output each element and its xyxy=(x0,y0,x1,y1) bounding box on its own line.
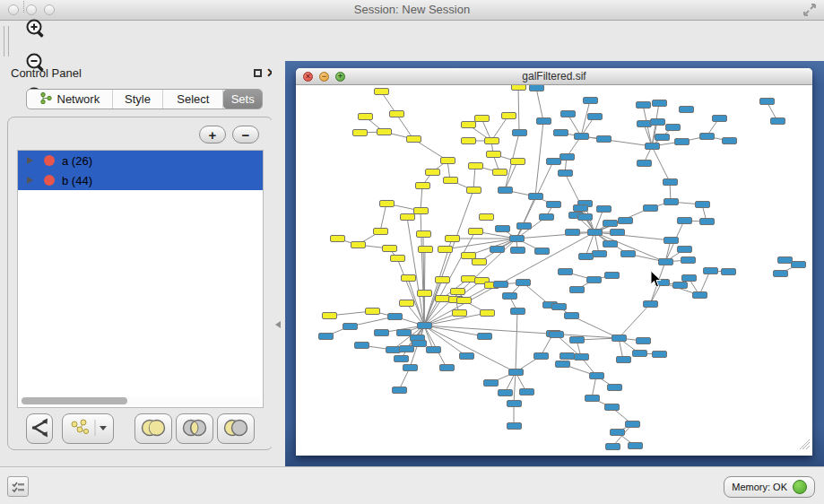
graph-node[interactable] xyxy=(569,336,585,343)
graph-node[interactable] xyxy=(534,248,550,255)
graph-node[interactable] xyxy=(577,213,593,221)
graph-node[interactable] xyxy=(770,117,785,125)
graph-node[interactable] xyxy=(387,313,403,320)
zoom-in-button[interactable] xyxy=(21,13,51,48)
network-canvas[interactable] xyxy=(296,85,812,456)
graph-node[interactable] xyxy=(438,246,453,253)
graph-node[interactable] xyxy=(586,276,602,283)
graph-node[interactable] xyxy=(636,101,651,109)
graph-node[interactable] xyxy=(529,85,544,91)
graph-node[interactable] xyxy=(699,133,715,140)
graph-node[interactable] xyxy=(466,187,481,194)
graph-node[interactable] xyxy=(498,187,513,194)
graph-node[interactable] xyxy=(699,218,715,225)
graph-node[interactable] xyxy=(536,117,551,125)
graph-node[interactable] xyxy=(413,207,429,214)
graph-node[interactable] xyxy=(603,240,618,248)
difference-button[interactable] xyxy=(217,413,255,444)
graph-node[interactable] xyxy=(672,282,688,289)
graph-node[interactable] xyxy=(553,129,568,136)
graph-node[interactable] xyxy=(692,291,707,299)
graph-node[interactable] xyxy=(559,352,575,360)
expander-triangle-icon[interactable] xyxy=(27,177,33,184)
graph-node[interactable] xyxy=(652,351,667,358)
memory-status-button[interactable]: Memory: OK xyxy=(724,476,815,498)
graph-node[interactable] xyxy=(417,290,432,297)
graph-node[interactable] xyxy=(358,113,373,120)
tab-select[interactable]: Select xyxy=(163,90,223,109)
tab-sets[interactable]: Sets xyxy=(223,90,262,109)
graph-node[interactable] xyxy=(400,213,415,221)
panel-splitter[interactable] xyxy=(272,61,285,466)
graph-node[interactable] xyxy=(636,337,651,344)
set-row[interactable]: a (26) xyxy=(18,151,263,170)
horizontal-scrollbar[interactable] xyxy=(19,396,260,405)
graph-node[interactable] xyxy=(440,157,455,164)
graph-node[interactable] xyxy=(665,124,681,131)
graph-node[interactable] xyxy=(443,177,458,184)
graph-node[interactable] xyxy=(604,404,620,411)
graph-node[interactable] xyxy=(583,97,598,104)
intersection-button[interactable] xyxy=(176,413,213,444)
graph-node[interactable] xyxy=(643,204,658,212)
graph-node[interactable] xyxy=(479,213,494,221)
graph-node[interactable] xyxy=(377,128,392,135)
graph-node[interactable] xyxy=(352,129,368,136)
graph-node[interactable] xyxy=(461,275,476,282)
graph-node[interactable] xyxy=(461,121,476,128)
graph-node[interactable] xyxy=(390,255,405,262)
graph-node[interactable] xyxy=(495,225,510,232)
resize-grip-icon[interactable] xyxy=(800,438,811,454)
task-monitor-button[interactable] xyxy=(7,476,29,497)
graph-node[interactable] xyxy=(516,222,532,230)
set-row[interactable]: b (44) xyxy=(18,170,263,190)
graph-node[interactable] xyxy=(791,261,806,268)
graph-node[interactable] xyxy=(426,346,441,353)
graph-node[interactable] xyxy=(450,288,465,295)
graph-node[interactable] xyxy=(616,356,631,363)
graph-node[interactable] xyxy=(620,250,636,257)
graph-node[interactable] xyxy=(589,372,604,379)
graph-node[interactable] xyxy=(569,286,585,293)
graph-node[interactable] xyxy=(389,110,404,117)
graph-node[interactable] xyxy=(386,346,401,353)
graph-node[interactable] xyxy=(468,228,483,235)
graph-node[interactable] xyxy=(703,267,718,274)
graph-node[interactable] xyxy=(480,309,495,317)
graph-node[interactable] xyxy=(354,342,369,349)
graph-node[interactable] xyxy=(573,204,588,212)
graph-node[interactable] xyxy=(498,389,513,396)
graph-node[interactable] xyxy=(587,113,603,120)
graph-node[interactable] xyxy=(435,276,450,283)
graph-node[interactable] xyxy=(596,135,611,143)
graph-node[interactable] xyxy=(645,143,660,150)
graph-node[interactable] xyxy=(592,250,607,257)
graph-node[interactable] xyxy=(399,300,414,307)
collapse-panel-icon[interactable] xyxy=(275,321,281,328)
expander-triangle-icon[interactable] xyxy=(27,157,33,164)
graph-node[interactable] xyxy=(374,88,389,95)
graph-node[interactable] xyxy=(695,201,710,208)
graph-node[interactable] xyxy=(650,118,665,126)
graph-node[interactable] xyxy=(445,235,460,242)
remove-set-button[interactable]: − xyxy=(232,126,259,143)
graph-node[interactable] xyxy=(343,323,358,330)
graph-node[interactable] xyxy=(574,133,589,140)
graph-node[interactable] xyxy=(560,110,576,117)
graph-node[interactable] xyxy=(382,245,397,252)
graph-node[interactable] xyxy=(643,300,658,308)
graph-node[interactable] xyxy=(394,355,409,362)
graph-node[interactable] xyxy=(628,442,643,449)
graph-node[interactable] xyxy=(533,352,549,360)
graph-node[interactable] xyxy=(637,160,652,167)
graph-node[interactable] xyxy=(416,230,431,238)
graph-node[interactable] xyxy=(486,151,501,158)
graph-node[interactable] xyxy=(456,297,472,304)
graph-node[interactable] xyxy=(722,137,737,144)
graph-node[interactable] xyxy=(558,169,573,177)
graph-node[interactable] xyxy=(472,258,487,265)
graph-node[interactable] xyxy=(507,400,522,407)
graph-node[interactable] xyxy=(435,295,450,302)
graph-node[interactable] xyxy=(681,256,696,264)
graph-node[interactable] xyxy=(679,106,694,113)
